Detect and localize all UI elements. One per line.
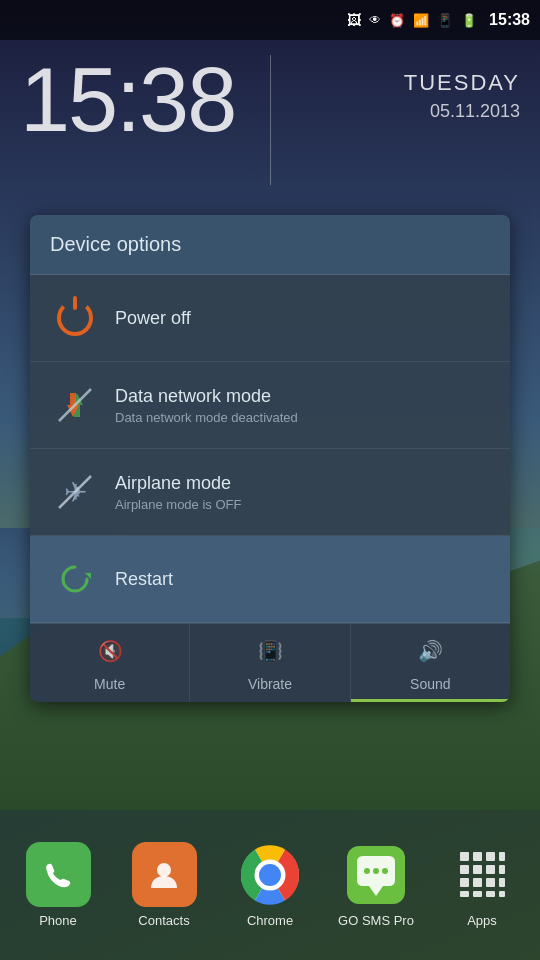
network-title: Data network mode [115,386,490,407]
dock-item-contacts[interactable]: Contacts [119,842,209,928]
apps-label: Apps [467,913,497,928]
mute-option[interactable]: 🔇 Mute [30,624,190,702]
dock-item-chrome[interactable]: Chrome [225,842,315,928]
network-icon-container [50,380,100,430]
svg-rect-30 [460,891,469,897]
sound-icon: 🔊 [416,636,444,670]
svg-rect-31 [473,891,482,897]
svg-point-16 [373,868,379,874]
power-off-text: Power off [115,308,490,329]
svg-point-15 [364,868,370,874]
svg-rect-26 [460,878,469,887]
svg-rect-29 [499,878,505,887]
sound-label: Sound [410,676,450,692]
sound-option[interactable]: 🔊 Sound [351,624,510,702]
restart-icon [55,559,95,599]
power-off-item[interactable]: Power off [30,275,510,362]
visibility-icon: 👁 [369,13,381,27]
day-name: TUESDAY [404,70,520,96]
status-bar: 🖼 👁 ⏰ 📶 📱 🔋 15:38 [0,0,540,40]
vibrate-label: Vibrate [248,676,292,692]
power-off-title: Power off [115,308,490,329]
svg-rect-23 [473,865,482,874]
date-display: TUESDAY 05.11.2013 [404,70,520,122]
restart-item[interactable]: Restart [30,536,510,623]
chrome-label: Chrome [247,913,293,928]
network-subtitle: Data network mode deactivated [115,410,490,425]
svg-rect-33 [499,891,505,897]
alarm-icon: ⏰ [389,13,405,28]
signal-icon: 📱 [437,13,453,28]
svg-rect-20 [486,852,495,861]
svg-rect-18 [460,852,469,861]
power-icon [57,300,93,336]
wifi-icon: 📶 [413,13,429,28]
dialog-title: Device options [30,215,510,275]
clock-time: 15:38 [20,55,235,145]
contacts-label: Contacts [138,913,189,928]
power-off-icon-container [50,293,100,343]
airplane-title: Airplane mode [115,473,490,494]
airplane-subtitle: Airplane mode is OFF [115,497,490,512]
photo-icon: 🖼 [347,12,361,28]
svg-point-17 [382,868,388,874]
svg-rect-28 [486,878,495,887]
vibrate-option[interactable]: 📳 Vibrate [190,624,350,702]
restart-text: Restart [115,569,490,590]
airplane-icon-container: ✈ [50,467,100,517]
phone-icon [26,842,91,907]
status-time: 15:38 [489,11,530,29]
svg-text:🔇: 🔇 [97,639,122,663]
contacts-icon [132,842,197,907]
svg-point-12 [259,864,281,886]
svg-text:🔊: 🔊 [418,639,443,663]
restart-title: Restart [115,569,490,590]
apps-icon [450,842,515,907]
battery-icon: 🔋 [461,13,477,28]
vibrate-icon: 📳 [256,636,284,670]
chrome-icon [238,842,303,907]
clock-divider [270,55,271,185]
gosms-icon [344,842,409,907]
restart-icon-container [50,554,100,604]
airplane-icon: ✈ [55,472,95,512]
date-value: 05.11.2013 [404,101,520,122]
data-network-item[interactable]: Data network mode Data network mode deac… [30,362,510,449]
svg-text:📳: 📳 [257,639,282,663]
sound-options-bar: 🔇 Mute 📳 Vibrate 🔊 Sound [30,623,510,702]
airplane-mode-item[interactable]: ✈ Airplane mode Airplane mode is OFF [30,449,510,536]
mute-icon: 🔇 [96,636,124,670]
svg-rect-22 [460,865,469,874]
svg-rect-19 [473,852,482,861]
airplane-text: Airplane mode Airplane mode is OFF [115,473,490,512]
dock-item-apps[interactable]: Apps [437,842,527,928]
dock-item-gosms[interactable]: GO SMS Pro [331,842,421,928]
mute-label: Mute [94,676,125,692]
svg-rect-25 [499,865,505,874]
clock-display: 15:38 [20,55,235,145]
svg-rect-27 [473,878,482,887]
gosms-label: GO SMS Pro [338,913,414,928]
svg-rect-24 [486,865,495,874]
svg-point-9 [157,863,171,877]
phone-label: Phone [39,913,77,928]
device-options-dialog: Device options Power off Data network mo… [30,215,510,702]
svg-rect-21 [499,852,505,861]
dock: Phone Contacts [0,810,540,960]
network-text: Data network mode Data network mode deac… [115,386,490,425]
svg-rect-32 [486,891,495,897]
dock-item-phone[interactable]: Phone [13,842,103,928]
network-icon [55,385,95,425]
